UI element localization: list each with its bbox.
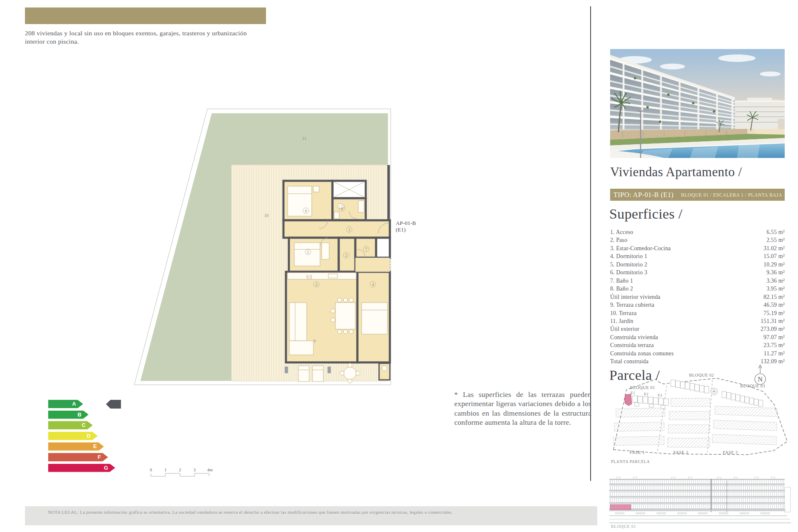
superficie-name: 5. Dormitorio 2 bbox=[610, 261, 647, 268]
fase1-label: FASE 1 bbox=[630, 450, 645, 455]
superficie-name: 9. Terraza cubierta bbox=[610, 301, 654, 309]
superficie-name: 1. Acceso bbox=[610, 228, 633, 236]
bloque2-label: BLOQUE 02 bbox=[689, 373, 714, 377]
page-title: Viviendas Apartamento / bbox=[610, 165, 785, 180]
superficie-name: 2. Paso bbox=[610, 236, 627, 244]
elevation-caption: BLOQUE 01 bbox=[611, 524, 636, 529]
superficie-name: 4. Dormitorio 1 bbox=[610, 252, 647, 260]
energy-letter: G bbox=[104, 464, 115, 472]
bloque1-label: BLOQUE 01 bbox=[630, 385, 655, 390]
superficie-value: 23.75 m² bbox=[764, 341, 785, 349]
svg-text:3: 3 bbox=[315, 283, 318, 287]
svg-text:2: 2 bbox=[345, 254, 347, 258]
building-right bbox=[728, 98, 785, 129]
bloque1-footprint bbox=[633, 396, 669, 409]
superficie-name: Útil exterior bbox=[610, 325, 639, 333]
superficies-row: Construida zonas comunes11.27 m² bbox=[610, 350, 785, 357]
brand-bar bbox=[25, 7, 266, 24]
superficie-name: Construida vivienda bbox=[610, 333, 658, 341]
superficie-name: 7. Baño 1 bbox=[610, 277, 633, 285]
elevation-floors bbox=[609, 479, 791, 512]
railing-pole bbox=[640, 111, 641, 158]
superficie-name: Construida zonas comunes bbox=[610, 350, 674, 357]
superficie-value: 10.29 m² bbox=[764, 261, 785, 268]
room-label-10: 10 bbox=[264, 213, 269, 218]
superficie-value: 3.95 m² bbox=[766, 285, 785, 293]
superficie-name: 10. Terraza bbox=[610, 309, 637, 317]
washer-icon bbox=[382, 366, 387, 371]
bloque2-footprint bbox=[671, 380, 709, 393]
bloque3-footprint bbox=[722, 392, 763, 406]
terrace-note: * Las superficies de las terrazas pueden… bbox=[454, 390, 591, 427]
brochure-page: { "intro": { "text": "208 viviendas y lo… bbox=[0, 0, 798, 532]
escalera3-label: E3 bbox=[658, 393, 663, 397]
superficie-value: 11.27 m² bbox=[764, 350, 785, 357]
superficie-value: 31.02 m² bbox=[764, 244, 785, 252]
svg-text:5: 5 bbox=[307, 250, 309, 254]
superficie-value: 9.36 m² bbox=[766, 268, 785, 276]
superficies-list: 1. Acceso6.55 m²2. Paso2.55 m²3. Estar-C… bbox=[610, 228, 785, 366]
superficies-title: Superficies / bbox=[609, 206, 682, 222]
tipo-banner: TIPO: AP-01-B (E1) BLOQUE 01 / ESCALERA … bbox=[610, 189, 785, 201]
planter bbox=[285, 367, 288, 373]
energy-selected-arrow bbox=[106, 400, 121, 409]
superficie-name: Construida terraza bbox=[610, 341, 654, 349]
superficie-value: 46.59 m² bbox=[764, 301, 785, 309]
energy-letter: E bbox=[93, 442, 104, 451]
tipo-meta: BLOQUE 01 / ESCALERA 1 / PLANTA BAJA bbox=[681, 192, 782, 197]
energy-letter: D bbox=[87, 432, 98, 440]
floor-plan: 1 2 3 4 5 6 7 8 9 10 11 AP-01-B (E1) bbox=[133, 107, 424, 386]
superficies-row: 6. Dormitorio 39.36 m² bbox=[610, 268, 785, 276]
superficie-name: 3. Estar-Comedor-Cocina bbox=[610, 244, 671, 252]
superficies-row: Útil exterior273.09 m² bbox=[610, 325, 785, 333]
superficie-value: 3.36 m² bbox=[766, 277, 785, 285]
superficie-value: 2.55 m² bbox=[766, 236, 785, 244]
scale-tick: 3 bbox=[193, 468, 195, 472]
plan-unit-code: AP-01-B bbox=[396, 220, 416, 226]
svg-text:7: 7 bbox=[365, 247, 367, 251]
energy-letter: C bbox=[82, 421, 93, 429]
superficie-name: Útil interior vivienda bbox=[610, 293, 660, 301]
fase3-label: FASE 3 bbox=[723, 450, 738, 455]
superficie-value: 82.15 m² bbox=[764, 293, 785, 301]
north-compass: N bbox=[755, 365, 766, 384]
superficie-value: 151.31 m² bbox=[761, 317, 785, 325]
svg-text:1: 1 bbox=[348, 228, 350, 232]
superficie-value: 273.09 m² bbox=[761, 325, 785, 333]
dressing-area bbox=[355, 258, 390, 272]
svg-text:4: 4 bbox=[372, 283, 374, 287]
building-photo bbox=[610, 49, 785, 158]
svg-text:8: 8 bbox=[341, 207, 343, 211]
pool-feature bbox=[711, 388, 718, 395]
room-label-9: 9 bbox=[313, 339, 315, 343]
superficie-name: 8. Baño 2 bbox=[610, 285, 633, 293]
energy-letter: A bbox=[72, 400, 83, 408]
scale-tick: 4m bbox=[207, 468, 212, 472]
superficie-value: 15.07 m² bbox=[764, 252, 785, 260]
energy-letter: B bbox=[78, 411, 89, 419]
scale-bar-line bbox=[151, 473, 209, 476]
svg-text:6: 6 bbox=[305, 209, 307, 213]
parcela-caption: PLANTA PARCELA bbox=[611, 459, 650, 464]
escalera1-label: E1 bbox=[631, 391, 635, 395]
superficies-row: 4. Dormitorio 115.07 m² bbox=[610, 252, 785, 260]
energy-bar-d: D bbox=[48, 432, 98, 440]
energy-chart: ABCDEFG bbox=[48, 400, 140, 477]
superficie-value: 97.07 m² bbox=[764, 333, 785, 341]
planter bbox=[328, 367, 331, 373]
superficies-row: 11. Jardín151.31 m² bbox=[610, 317, 785, 325]
room-closet bbox=[376, 238, 390, 258]
superficie-name: 11. Jardín bbox=[610, 317, 633, 325]
superficie-name: 6. Dormitorio 3 bbox=[610, 268, 647, 276]
superficies-row: 10. Terraza75.19 m² bbox=[610, 309, 785, 317]
superficies-row: 3. Estar-Comedor-Cocina31.02 m² bbox=[610, 244, 785, 252]
highlighted-unit bbox=[625, 394, 632, 406]
north-label: N bbox=[758, 376, 763, 383]
room-acceso-hall bbox=[283, 220, 390, 238]
superficies-row: 5. Dormitorio 210.29 m² bbox=[610, 261, 785, 268]
tipo-label: TIPO: AP-01-B (E1) bbox=[613, 191, 674, 199]
energy-bar-e: E bbox=[48, 442, 104, 451]
elevation-roof bbox=[609, 477, 785, 480]
energy-bar-f: F bbox=[48, 453, 108, 461]
energy-bar-b: B bbox=[48, 411, 89, 419]
